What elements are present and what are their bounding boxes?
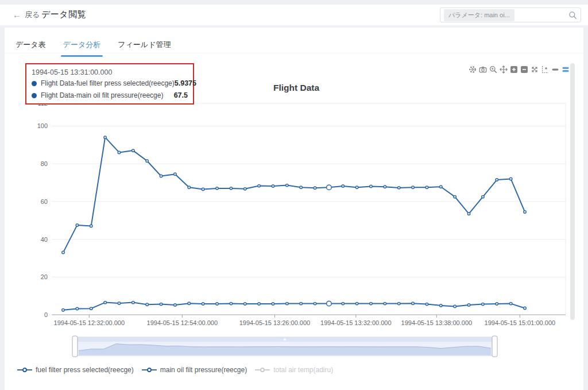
tab-data-table[interactable]: データ表 [14, 36, 47, 57]
data-point-marker[interactable] [300, 186, 302, 188]
data-point-marker[interactable] [384, 186, 386, 188]
data-point-marker[interactable] [202, 188, 204, 190]
legend-label: total air temp(adiru) [273, 366, 333, 374]
data-point-marker[interactable] [188, 302, 190, 304]
parameter-search-input[interactable]: パラメータ: main oi... [440, 7, 581, 22]
data-point-marker[interactable] [62, 251, 64, 253]
legend-item[interactable]: main oil filt pressure(reecge) [142, 366, 247, 374]
data-point-marker[interactable] [132, 301, 134, 303]
back-label: 戻る [25, 10, 40, 20]
data-point-marker[interactable] [216, 187, 218, 190]
data-point-marker[interactable] [425, 303, 428, 305]
data-point-marker[interactable] [272, 185, 274, 187]
data-point-marker[interactable] [467, 213, 470, 215]
data-point-marker[interactable] [160, 303, 162, 305]
data-point-marker[interactable] [104, 136, 106, 138]
data-point-marker[interactable] [188, 186, 190, 188]
data-point-marker[interactable] [230, 302, 232, 304]
data-point-marker[interactable] [216, 303, 218, 305]
hover-compare-icon[interactable] [562, 65, 570, 74]
line-chart-canvas[interactable]: 0204060801001121994-05-15 12:32:00.00019… [0, 98, 588, 368]
zoom-icon[interactable] [489, 65, 497, 74]
pan-icon[interactable] [500, 65, 508, 74]
data-point-marker[interactable] [509, 177, 512, 180]
hovered-data-point-marker[interactable] [327, 185, 332, 190]
range-slider-handle-right[interactable] [492, 336, 497, 357]
data-point-marker[interactable] [425, 186, 428, 188]
data-point-marker[interactable] [202, 303, 204, 305]
data-point-marker[interactable] [244, 188, 246, 190]
data-point-marker[interactable] [509, 302, 512, 304]
data-point-marker[interactable] [412, 302, 414, 304]
data-point-marker[interactable] [146, 303, 148, 306]
data-point-marker[interactable] [160, 175, 162, 177]
back-arrow-icon: ← [13, 10, 21, 20]
x-tick-label: 1994-05-15 12:54:00.000 [147, 319, 218, 326]
data-point-marker[interactable] [342, 302, 344, 304]
x-tick-label: 1994-05-15 15:01:00.000 [485, 319, 556, 326]
data-point-marker[interactable] [258, 184, 260, 187]
data-point-marker[interactable] [286, 302, 288, 304]
data-point-marker[interactable] [482, 303, 484, 305]
x-tick-label: 1994-05-15 13:38:00.000 [401, 319, 473, 326]
data-point-marker[interactable] [467, 304, 470, 306]
data-point-marker[interactable] [300, 302, 302, 304]
hovered-data-point-marker[interactable] [327, 301, 332, 306]
zoom-in-icon[interactable] [510, 65, 518, 74]
data-point-marker[interactable] [412, 186, 414, 188]
data-point-marker[interactable] [370, 185, 372, 187]
data-point-marker[interactable] [482, 195, 484, 198]
data-point-marker[interactable] [244, 303, 246, 305]
data-point-marker[interactable] [496, 303, 498, 305]
tab-field-management[interactable]: フィールド管理 [117, 36, 172, 57]
data-point-marker[interactable] [118, 151, 120, 153]
data-point-marker[interactable] [146, 160, 148, 162]
data-point-marker[interactable] [384, 302, 386, 304]
data-point-marker[interactable] [454, 305, 456, 307]
data-point-marker[interactable] [440, 186, 442, 188]
search-icon[interactable] [568, 11, 577, 20]
tab-data-analysis[interactable]: データ分析 [62, 36, 102, 57]
data-point-marker[interactable] [272, 303, 274, 305]
data-point-marker[interactable] [398, 187, 400, 189]
data-point-marker[interactable] [76, 307, 78, 310]
data-point-marker[interactable] [524, 307, 526, 309]
autoscale-icon[interactable] [531, 65, 539, 74]
parameter-chip[interactable]: パラメータ: main oi... [444, 9, 514, 21]
data-point-marker[interactable] [76, 224, 78, 226]
legend-item[interactable]: fuel filter press selected(reecge) [17, 366, 134, 374]
data-point-marker[interactable] [355, 302, 358, 304]
camera-icon[interactable] [479, 65, 487, 74]
tooltip-series-label: Flight Data-main oil filt pressure(reecg… [41, 91, 163, 99]
data-point-marker[interactable] [314, 187, 316, 189]
series-line[interactable] [63, 137, 525, 253]
data-point-marker[interactable] [258, 303, 260, 305]
range-slider-handle-left[interactable] [72, 336, 78, 357]
data-point-marker[interactable] [118, 302, 120, 304]
data-point-marker[interactable] [286, 184, 288, 186]
spikelines-icon[interactable] [541, 65, 549, 74]
data-point-marker[interactable] [496, 179, 498, 181]
data-point-marker[interactable] [524, 211, 526, 213]
data-point-marker[interactable] [104, 301, 106, 303]
data-point-marker[interactable] [62, 309, 64, 311]
legend-item[interactable]: total air temp(adiru) [255, 366, 333, 374]
y-tick-label: 80 [41, 160, 48, 167]
data-point-marker[interactable] [355, 186, 358, 188]
data-point-marker[interactable] [90, 225, 92, 227]
data-point-marker[interactable] [370, 302, 372, 304]
data-point-marker[interactable] [132, 149, 134, 152]
data-point-marker[interactable] [440, 304, 442, 307]
data-point-marker[interactable] [174, 304, 176, 306]
hover-closest-icon[interactable] [551, 65, 559, 74]
data-point-marker[interactable] [398, 302, 400, 304]
data-point-marker[interactable] [174, 173, 176, 175]
data-point-marker[interactable] [230, 187, 232, 190]
vertical-scrollbar[interactable] [570, 63, 575, 320]
zoom-out-icon[interactable] [520, 65, 528, 74]
data-point-marker[interactable] [454, 195, 456, 198]
data-point-marker[interactable] [342, 185, 344, 187]
data-point-marker[interactable] [314, 302, 316, 304]
gear-icon[interactable] [469, 65, 477, 74]
data-point-marker[interactable] [90, 307, 92, 310]
